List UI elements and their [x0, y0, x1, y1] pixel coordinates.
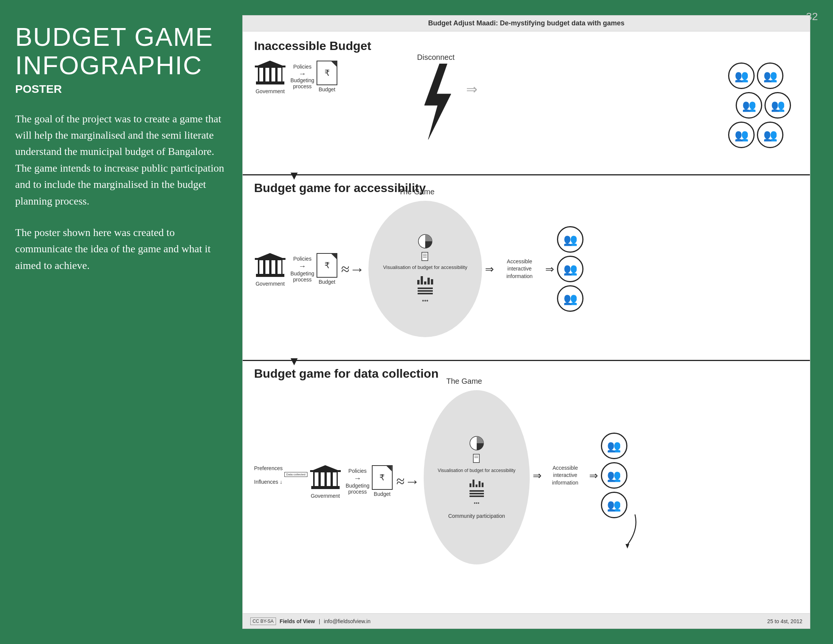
stacked-lines: [418, 288, 433, 295]
svg-rect-5: [278, 68, 281, 81]
doc-icon-1: [421, 252, 429, 261]
section-data-collection: Budget game for data collection Preferen…: [243, 361, 810, 618]
svg-marker-15: [256, 253, 285, 259]
budgeting-label-2: Budgeting: [290, 270, 314, 277]
influences-label: Influences ↓: [254, 479, 307, 485]
body-text-1: The goal of the project was to create a …: [15, 111, 227, 209]
gov-flow-2: Government: [254, 251, 286, 287]
gov-flow-1: Government: [254, 59, 286, 94]
budget-label-3: Budget: [374, 491, 391, 497]
disconnect-arrow: ⇒: [466, 81, 478, 97]
game-label-2: The Game: [399, 188, 434, 196]
subtitle: POSTER: [15, 82, 227, 95]
bar-chart-icon-3: [470, 477, 484, 487]
section2-title: Budget game for accessibility: [254, 181, 799, 195]
svg-rect-4: [272, 68, 275, 81]
section-accessibility: Budget game for accessibility Government: [243, 175, 810, 361]
disconnect-label: Disconnect: [417, 53, 455, 62]
svg-rect-14: [278, 260, 281, 274]
policies-label-3: Policies: [348, 468, 367, 474]
gov-label-3: Government: [311, 493, 340, 499]
policies-label-1: Policies: [293, 64, 311, 70]
game-label-3: The Game: [446, 377, 482, 386]
svg-marker-28: [311, 465, 339, 471]
government-building-icon-1: [254, 59, 286, 87]
government-building-icon-3: [309, 463, 341, 492]
feedback-arrow-icon: [616, 510, 639, 549]
email: info@fieldsofview.in: [324, 618, 370, 624]
svg-rect-7: [255, 66, 286, 68]
budget-label-1: Budget: [318, 86, 335, 92]
people-group-3: 👥 👥 👥: [601, 433, 627, 518]
vis-label-2: Visualisation of budget for accessibilit…: [383, 264, 467, 271]
people-circle-3b: 👥: [601, 462, 627, 489]
svg-rect-24: [315, 472, 318, 486]
poster-header: Budget Adjust Maadi: De-mystifying budge…: [243, 16, 810, 31]
gov-flow-3: Government: [309, 463, 341, 499]
left-panel: BUDGET GAME INFOGRAPHIC POSTER The goal …: [15, 23, 227, 289]
game-circle-3: Visualisation of budget for accessibilit…: [424, 390, 530, 564]
svg-rect-29: [310, 470, 341, 472]
accessible-label-2: Accessible interactive information: [497, 258, 542, 280]
people-circle-3a: 👥: [601, 433, 627, 459]
data-collected-label: Data collected: [285, 472, 307, 477]
people-circle-2b: 👥: [557, 256, 584, 282]
dbl-arrow-2b: ⇒: [545, 263, 554, 275]
poster-title: Budget Adjust Maadi: De-mystifying budge…: [428, 19, 624, 27]
pie-chart-icon: [418, 234, 433, 249]
footer-date: 25 to 4st, 2012: [767, 618, 802, 624]
ellipsis-3: •••: [474, 500, 479, 506]
accessible-label-3: Accessible interactive information: [545, 464, 586, 487]
game-circle-2: Visualisation of budget for accessibilit…: [368, 201, 482, 337]
svg-rect-25: [321, 472, 325, 486]
svg-rect-11: [259, 260, 263, 274]
bar-chart-icon-2: [417, 274, 433, 285]
wavy-arrow-2: ≈→: [341, 260, 365, 278]
dbl-arrow-3b: ⇒: [589, 469, 598, 482]
pref-label: Preferences: [254, 465, 307, 471]
left-labels-3: Preferences Data collected Influences ↓: [254, 465, 307, 486]
svg-marker-8: [425, 64, 451, 139]
stacked-docs: [421, 252, 429, 261]
section-inaccessible: Inaccessible Budget: [243, 31, 810, 175]
government-building-icon-2: [254, 251, 286, 280]
svg-rect-18: [422, 252, 428, 261]
svg-rect-26: [327, 472, 331, 486]
section1-title: Inaccessible Budget: [254, 39, 799, 53]
svg-rect-31: [473, 454, 479, 462]
people-circle: 👥: [728, 122, 755, 148]
budget-doc-3: ₹ Budget: [372, 465, 392, 497]
cc-badge: CC BY-SA: [250, 617, 276, 625]
svg-rect-16: [255, 258, 286, 260]
gov-label-2: Government: [256, 281, 285, 287]
budget-label-2: Budget: [318, 279, 335, 285]
svg-rect-3: [265, 68, 269, 81]
svg-rect-13: [272, 260, 275, 274]
people-circle: 👥: [757, 63, 783, 89]
vis-label-3: Visualisation of budget for accessibilit…: [438, 468, 515, 474]
wavy-arrow-3: ≈→: [396, 472, 420, 490]
people-group-2: 👥 👥 👥: [557, 226, 584, 312]
svg-rect-27: [333, 472, 337, 486]
svg-marker-34: [626, 544, 629, 549]
people-circle: 👥: [757, 122, 783, 148]
dbl-arrow-3: ⇒: [533, 469, 542, 482]
people-circle: 👥: [736, 92, 762, 119]
budgeting-label-1: Budgeting: [290, 77, 314, 83]
policies-label-2: Policies: [293, 256, 311, 262]
main-title: BUDGET GAME INFOGRAPHIC: [15, 23, 227, 80]
svg-rect-2: [259, 68, 263, 81]
disconnect-area: Disconnect: [417, 53, 455, 139]
svg-rect-12: [265, 260, 269, 274]
people-group-1: 👥 👥 👥 👥 👥 👥: [728, 63, 791, 148]
community-label: Community participation: [448, 513, 505, 519]
stacked-docs-3: [473, 454, 481, 465]
people-circle-2c: 👥: [557, 285, 584, 312]
process-label-1: process: [293, 83, 312, 89]
process-label-2: process: [293, 277, 312, 283]
people-circle-2a: 👥: [557, 226, 584, 253]
process-label-3: process: [348, 489, 367, 495]
ellipsis-2: •••: [422, 297, 429, 304]
stacked-lines-3: [470, 490, 484, 497]
lightning-icon: [417, 64, 455, 139]
